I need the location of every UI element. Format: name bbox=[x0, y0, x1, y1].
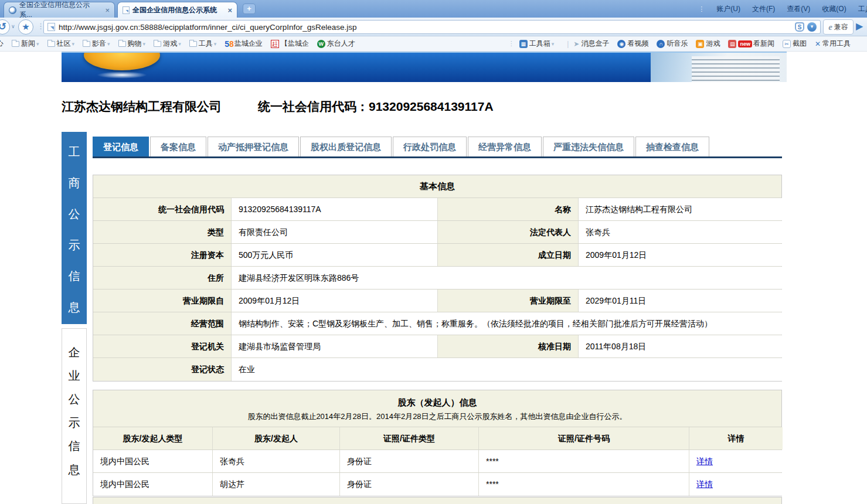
table-row: 注册资本 500万元人民币 成立日期 2009年01月12日 bbox=[93, 244, 781, 267]
read-news-button[interactable]: ▤new看新闻 bbox=[728, 39, 774, 49]
field-label: 营业期限自 bbox=[93, 290, 231, 312]
company-name: 江苏杰达钢结构工程有限公司 bbox=[62, 100, 222, 113]
go-button[interactable]: ▶ bbox=[856, 21, 863, 32]
bookmark-folder-community[interactable]: 社区▾ bbox=[47, 39, 75, 49]
content-tabstrip: 登记信息 备案信息 动产抵押登记信息 股权出质登记信息 行政处罚信息 经营异常信… bbox=[93, 137, 782, 158]
news-icon: ▤ bbox=[728, 40, 736, 48]
menu-favorites[interactable]: 收藏(O) bbox=[822, 4, 846, 14]
back-button[interactable]: ↺ bbox=[0, 19, 10, 35]
new-tab-button[interactable]: + bbox=[243, 4, 256, 14]
bookmarks-bar: 心 新闻▾ 社区▾ 影音▾ 购物▾ 游戏▾ 工具▾ 58盐城企业 赶【盐城企 W… bbox=[0, 36, 867, 52]
headphones-icon: ∩ bbox=[657, 40, 665, 48]
field-label: 营业期限至 bbox=[438, 290, 578, 312]
tab-registration-info[interactable]: 登记信息 bbox=[93, 137, 149, 156]
site-favicon bbox=[9, 6, 16, 14]
browser-tabbar: 全国企业信用信息公示系... × 全国企业信用信息公示系统 × + ⋮ 账户(U… bbox=[0, 0, 867, 18]
games-button[interactable]: ▣游戏 bbox=[696, 39, 720, 49]
column-header: 股东/发起人 bbox=[212, 427, 339, 449]
message-box-button[interactable]: ➤消息盒子 bbox=[573, 39, 609, 49]
folder-icon bbox=[118, 41, 126, 47]
field-label: 住所 bbox=[93, 267, 231, 289]
bookmark-folder-games[interactable]: 游戏▾ bbox=[154, 39, 181, 49]
chevron-down-icon: ▾ bbox=[36, 41, 39, 47]
menu-view[interactable]: 查看(V) bbox=[787, 4, 810, 14]
address-bar: ↺ ∨ ★ ⋮ http://www.jsgsj.gov.cn:58888/ec… bbox=[0, 18, 867, 36]
field-label: 核准日期 bbox=[438, 335, 578, 357]
tab-abnormal-operation-info[interactable]: 经营异常信息 bbox=[468, 137, 542, 156]
download-dropdown-icon[interactable]: ▾ bbox=[807, 22, 817, 32]
field-label: 登记机关 bbox=[93, 335, 231, 357]
table-row: 经营范围 钢结构制作、安装；C型钢及彩钢板生产、加工、销售；称重服务。（依法须经… bbox=[93, 312, 781, 335]
shareholders-subtitle: 股东的出资信息截止2014年2月28日。2014年2月28日之后工商只公示股东姓… bbox=[93, 410, 781, 424]
field-value: 2011年08月18日 bbox=[578, 335, 783, 357]
favorites-star-button[interactable]: ★ bbox=[18, 19, 33, 35]
w-logo-icon: W bbox=[317, 40, 325, 48]
screenshot-button[interactable]: ✂截图 bbox=[783, 39, 807, 49]
field-label: 统一社会信用代码 bbox=[93, 198, 231, 220]
table-row: 营业期限自 2009年01月12日 营业期限至 2029年01月11日 bbox=[93, 290, 781, 312]
folder-icon bbox=[47, 41, 55, 47]
58-logo-icon: 58 bbox=[225, 39, 234, 49]
tab-title: 全国企业信用信息公示系统 bbox=[132, 5, 217, 15]
field-value: 有限责任公司 bbox=[231, 221, 438, 243]
table-header-row: 股东/发起人类型 股东/发起人 证照/证件类型 证照/证件号码 详情 bbox=[93, 427, 781, 450]
cert-number: **** bbox=[478, 473, 689, 496]
tab-serious-violation-info[interactable]: 严重违法失信信息 bbox=[543, 137, 634, 156]
table-row: 登记机关 建湖县市场监督管理局 核准日期 2011年08月18日 bbox=[93, 335, 781, 358]
menu-file[interactable]: 文件(F) bbox=[752, 4, 775, 14]
separator-dots-icon: ⋮ bbox=[508, 40, 515, 47]
bookmark-folder-media[interactable]: 影音▾ bbox=[83, 39, 110, 49]
compatibility-mode-button[interactable]: e 兼容 bbox=[823, 19, 854, 35]
clipped-bookmark[interactable]: 心 bbox=[0, 39, 4, 49]
field-label: 成立日期 bbox=[438, 244, 578, 266]
chevron-down-icon: ▾ bbox=[72, 41, 75, 47]
field-value: 江苏杰达钢结构工程有限公司 bbox=[578, 198, 783, 220]
table-row: 统一社会信用代码 91320925684139117A 名称 江苏杰达钢结构工程… bbox=[93, 198, 781, 221]
url-text[interactable]: http://www.jsgsj.gov.cn:58888/ecipplatfo… bbox=[59, 23, 795, 32]
shareholder-name: 胡达芹 bbox=[212, 473, 339, 496]
field-value: 2009年01月12日 bbox=[231, 290, 438, 312]
column-header: 证照/证件类型 bbox=[339, 427, 478, 449]
bookmark-ganji[interactable]: 赶【盐城企 bbox=[271, 39, 309, 49]
tab-close-icon[interactable]: × bbox=[101, 6, 110, 14]
bookmark-58[interactable]: 58盐城企业 bbox=[225, 39, 263, 49]
field-label: 经营范围 bbox=[93, 312, 231, 335]
sidebar-item-gongshang-publicity[interactable]: 工商公示信息 bbox=[62, 132, 87, 324]
bookmark-folder-shopping[interactable]: 购物▾ bbox=[118, 39, 146, 49]
tab-spot-check-info[interactable]: 抽查检查信息 bbox=[635, 137, 709, 156]
column-header: 详情 bbox=[689, 427, 783, 449]
common-tools-button[interactable]: ✕常用工具 bbox=[815, 39, 851, 49]
bookmark-folder-news[interactable]: 新闻▾ bbox=[12, 39, 39, 49]
field-label: 注册资本 bbox=[93, 244, 231, 266]
sidebar-item-enterprise-publicity[interactable]: 企业公示信息 bbox=[62, 328, 87, 504]
credit-code: 统一社会信用代码：91320925684139117A bbox=[258, 100, 494, 113]
listen-music-button[interactable]: ∩听音乐 bbox=[657, 39, 688, 49]
ganji-logo-icon: 赶 bbox=[271, 40, 279, 48]
bookmark-dongtai[interactable]: W东台人才 bbox=[317, 39, 355, 49]
security-shield-icon[interactable]: S bbox=[795, 22, 804, 32]
back-history-chevron-icon[interactable]: ∨ bbox=[11, 23, 15, 29]
national-emblem-icon bbox=[84, 52, 160, 70]
watch-video-button[interactable]: ◉看视频 bbox=[617, 39, 648, 49]
tools-x-icon: ✕ bbox=[815, 40, 821, 48]
menu-tools[interactable]: 工具(T) bbox=[858, 4, 867, 14]
tab-admin-penalty-info[interactable]: 行政处罚信息 bbox=[393, 137, 467, 156]
field-value: 建湖县经济开发区明珠东路886号 bbox=[231, 267, 783, 289]
tab-equity-pledge-info[interactable]: 股权出质登记信息 bbox=[300, 137, 392, 156]
chevron-down-icon: ▾ bbox=[552, 41, 555, 47]
bookmark-folder-tools[interactable]: 工具▾ bbox=[189, 39, 217, 49]
tab-close-icon[interactable]: × bbox=[224, 6, 232, 14]
browser-tab-2-active[interactable]: 全国企业信用信息公示系统 × bbox=[117, 2, 237, 18]
tab-filing-info[interactable]: 备案信息 bbox=[150, 137, 206, 156]
tab-chattel-mortgage-info[interactable]: 动产抵押登记信息 bbox=[208, 137, 299, 156]
address-input[interactable]: http://www.jsgsj.gov.cn:58888/ecipplatfo… bbox=[43, 20, 821, 34]
shareholders-header: 股东（发起人）信息 股东的出资信息截止2014年2月28日。2014年2月28日… bbox=[93, 390, 781, 427]
browser-tab-1[interactable]: 全国企业信用信息公示系... × bbox=[4, 2, 115, 18]
toolbox-button[interactable]: ▦工具箱▾ bbox=[519, 39, 555, 49]
table-row: 登记状态 在业 bbox=[93, 358, 781, 381]
detail-link[interactable]: 详情 bbox=[696, 479, 713, 489]
menu-account[interactable]: 账户(U) bbox=[716, 4, 740, 14]
detail-link[interactable]: 详情 bbox=[696, 457, 713, 466]
table-title: 基本信息 bbox=[93, 175, 781, 198]
url-page-icon bbox=[47, 23, 55, 31]
